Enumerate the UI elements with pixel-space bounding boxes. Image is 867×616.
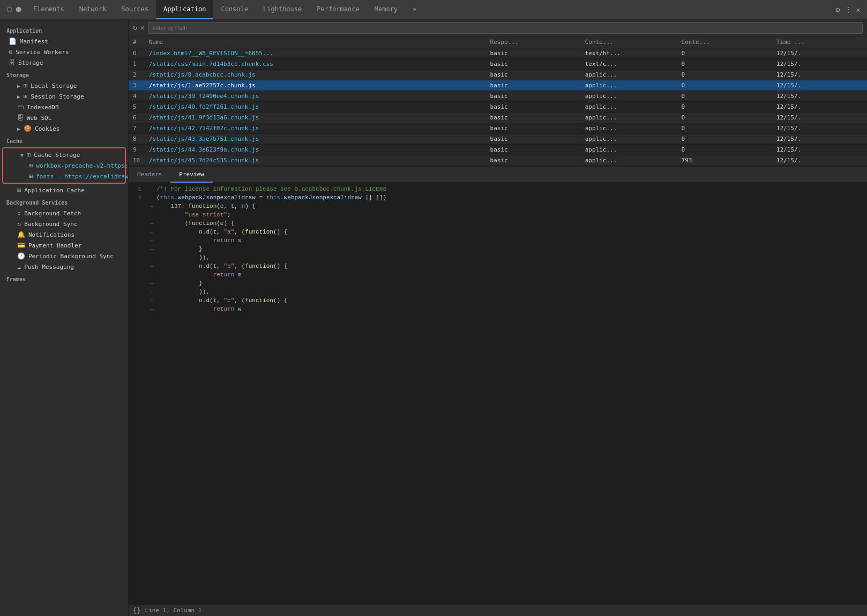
- cell-num: 8: [129, 134, 145, 145]
- code-line: – n.d(t, "c", (function() {: [129, 296, 867, 305]
- clear-filter-icon[interactable]: ✕: [140, 24, 145, 32]
- line-number: [129, 271, 148, 279]
- cell-num: 9: [129, 145, 145, 155]
- sidebar-item-local-storage[interactable]: ▶ ⊞ Local Storage: [0, 80, 128, 91]
- cell-resp: basic: [486, 112, 581, 123]
- line-dash: [148, 193, 156, 202]
- tab-console[interactable]: Console: [213, 0, 256, 19]
- tab-headers[interactable]: Headers: [129, 167, 170, 183]
- line-content: (this.webpackJsonpexcalidraw = this.webp…: [156, 193, 386, 202]
- table-row[interactable]: 4 /static/js/39.f2490ee4.chunk.js basic …: [129, 91, 867, 102]
- tab-preview[interactable]: Preview: [170, 167, 212, 183]
- table-row[interactable]: 1 /static/css/main.7d14b3cc.chunk.css ba…: [129, 59, 867, 70]
- line-dash: –: [148, 236, 156, 245]
- filter-bar: ↻ ✕: [129, 19, 867, 36]
- line-content: n.d(t, "a", (function() {: [156, 228, 287, 236]
- notifications-icon: 🔔: [17, 231, 25, 238]
- cell-conte2: 0: [677, 134, 772, 145]
- sidebar-item-indexeddb[interactable]: 🗃 IndexedDB: [0, 102, 128, 112]
- storage-app-icon: 🗄: [9, 59, 15, 66]
- sidebar-item-service-workers[interactable]: ⚙ Service Workers: [0, 47, 128, 57]
- line-number: [129, 211, 148, 219]
- cell-conte2: 0: [677, 91, 772, 102]
- sidebar-item-workbox-cache[interactable]: ⊞ workbox-precache-v2-https://excalidraw…: [3, 160, 125, 171]
- cell-resp: basic: [486, 155, 581, 166]
- table-row[interactable]: 7 /static/js/42.7142f02c.chunk.js basic …: [129, 123, 867, 134]
- table-row[interactable]: 3 /static/js/1.ae52757c.chunk.js basic a…: [129, 80, 867, 91]
- sidebar-item-cache-storage[interactable]: ▼ ⊞ Cache Storage: [3, 149, 125, 160]
- line-dash: –: [148, 279, 156, 288]
- format-icon[interactable]: {}: [133, 607, 140, 614]
- cell-conte1: applic...: [581, 134, 677, 145]
- code-line: – )),: [129, 288, 867, 296]
- refresh-icon[interactable]: ↻: [133, 24, 137, 32]
- tab-performance[interactable]: Performance: [309, 0, 367, 19]
- tab-sources[interactable]: Sources: [114, 0, 156, 19]
- settings-icon[interactable]: ⚙: [835, 5, 840, 14]
- cell-num: 5: [129, 102, 145, 112]
- line-number: [129, 245, 148, 253]
- cell-conte1: applic...: [581, 91, 677, 102]
- cell-conte1: applic...: [581, 155, 677, 166]
- sidebar-item-periodic-bg-sync[interactable]: 🕐 Periodic Background Sync: [0, 251, 128, 261]
- line-content: 137: function(e, t, n) {: [156, 202, 256, 211]
- tab-more[interactable]: »: [405, 0, 424, 19]
- tab-memory[interactable]: Memory: [367, 0, 405, 19]
- code-viewer[interactable]: 1 /*! For license information please see…: [129, 183, 867, 604]
- table-row[interactable]: 10 /static/js/45.7d24c535.chunk.js basic…: [129, 155, 867, 166]
- table-row[interactable]: 8 /static/js/43.3ae7b751.chunk.js basic …: [129, 134, 867, 145]
- table-row[interactable]: 9 /static/js/44.3e623f9a.chunk.js basic …: [129, 145, 867, 155]
- cursor-icon[interactable]: ⬡: [6, 5, 12, 13]
- line-dash: –: [148, 202, 156, 211]
- sidebar-item-manifest[interactable]: 📄 Manifest: [0, 36, 128, 47]
- sidebar-item-fonts-cache[interactable]: ⊞ fonts - https://excalidraw.com: [3, 171, 125, 182]
- line-content: (function(e) {: [156, 219, 234, 228]
- sidebar-item-bg-sync[interactable]: ↻ Background Sync: [0, 219, 128, 229]
- line-number: 2: [129, 193, 148, 202]
- line-number: [129, 305, 148, 313]
- tab-elements[interactable]: Elements: [26, 0, 72, 19]
- filter-input[interactable]: [148, 22, 863, 34]
- tab-application[interactable]: Application: [156, 0, 213, 19]
- manifest-icon: 📄: [9, 37, 17, 45]
- cell-time: 12/15/.: [772, 134, 867, 145]
- cell-num: 1: [129, 59, 145, 70]
- col-header-name: Name: [145, 36, 486, 48]
- sidebar-item-push-messaging[interactable]: ☁ Push Messaging: [0, 261, 128, 272]
- app-section-label: Application: [0, 24, 128, 36]
- cell-time: 12/15/.: [772, 102, 867, 112]
- sidebar-item-notifications[interactable]: 🔔 Notifications: [0, 229, 128, 240]
- close-icon[interactable]: ✕: [856, 5, 861, 14]
- sidebar-item-bg-fetch[interactable]: ↕ Background Fetch: [0, 208, 128, 219]
- code-line: – return s: [129, 236, 867, 245]
- cell-num: 4: [129, 91, 145, 102]
- sidebar-item-web-sql[interactable]: 🗄 Web SQL: [0, 112, 128, 123]
- fonts-cache-icon: ⊞: [29, 172, 33, 180]
- cell-name: /static/js/0.acabcbcc.chunk.js: [145, 70, 486, 80]
- tab-lighthouse[interactable]: Lighthouse: [256, 0, 309, 19]
- cell-conte2: 0: [677, 145, 772, 155]
- table-row[interactable]: 6 /static/js/41.9f3d13a6.chunk.js basic …: [129, 112, 867, 123]
- sidebar-item-cookies[interactable]: ▶ 🍪 Cookies: [0, 123, 128, 134]
- bg-sync-icon: ↻: [17, 220, 21, 228]
- cell-resp: basic: [486, 59, 581, 70]
- workbox-cache-icon: ⊞: [29, 162, 33, 169]
- sidebar-item-payment-handler[interactable]: 💳 Payment Handler: [0, 240, 128, 251]
- table-row[interactable]: 2 /static/js/0.acabcbcc.chunk.js basic a…: [129, 70, 867, 80]
- line-content: }: [156, 245, 203, 253]
- sidebar-item-session-storage[interactable]: ▶ ⊞ Session Storage: [0, 91, 128, 102]
- table-row[interactable]: 5 /static/js/40.fd2ff261.chunk.js basic …: [129, 102, 867, 112]
- frames-section-label: Frames: [0, 272, 128, 284]
- line-content: n.d(t, "c", (function() {: [156, 296, 287, 305]
- cell-conte1: applic...: [581, 102, 677, 112]
- more-options-icon[interactable]: ⋮: [844, 5, 852, 14]
- cell-conte1: text/c...: [581, 59, 677, 70]
- cell-conte1: applic...: [581, 80, 677, 91]
- responsive-icon[interactable]: ⬢: [16, 5, 21, 13]
- line-number: [129, 279, 148, 288]
- cache-section-label: Cache: [0, 134, 128, 146]
- sidebar-item-app-cache[interactable]: ⊞ Application Cache: [0, 185, 128, 196]
- sidebar-item-storage-app[interactable]: 🗄 Storage: [0, 57, 128, 68]
- table-row[interactable]: 0 /index.html?__WB_REVISION__=6855... ba…: [129, 48, 867, 59]
- tab-network[interactable]: Network: [72, 0, 114, 19]
